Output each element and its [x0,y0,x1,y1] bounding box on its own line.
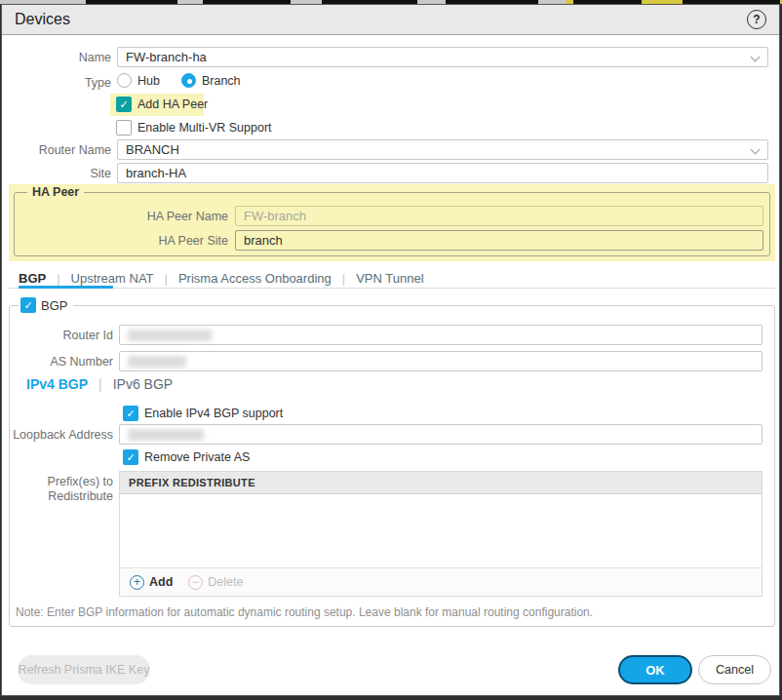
tab-bar: BGP | Upstream NAT | Prisma Access Onboa… [19,271,424,286]
enable-ipv4-row: ✓ Enable IPv4 BGP support [123,406,283,421]
router-id-input[interactable] [119,325,762,345]
redacted-value [128,429,204,441]
multi-vr-row: Enable Multi-VR Support [116,120,272,136]
multi-vr-checkbox[interactable] [116,120,132,136]
add-ha-peer-checkbox[interactable]: ✓ [116,97,132,112]
add-ha-peer-row: ✓ Add HA Peer [116,97,208,112]
remove-private-as-checkbox[interactable]: ✓ [123,449,138,465]
radio-branch[interactable] [181,73,196,88]
remove-private-as-label: Remove Private AS [144,450,250,464]
loopback-label: Loopback Address [2,428,113,442]
enable-ipv4-label: Enable IPv4 BGP support [144,407,283,420]
tab-prisma-access-onboarding[interactable]: Prisma Access Onboarding [178,271,332,286]
delete-button[interactable]: − Delete [188,575,243,590]
bgp-note: Note: Enter BGP information for automati… [16,605,593,619]
ha-peer-name-label: HA Peer Name [2,210,228,223]
ha-peer-site-label: HA Peer Site [2,234,228,248]
delete-label: Delete [208,575,243,589]
tab-separator: | [342,271,345,286]
tab-vpn-tunnel[interactable]: VPN Tunnel [356,271,423,286]
table-body[interactable] [120,494,762,567]
ha-peer-legend: HA Peer [27,185,84,199]
chevron-down-icon [751,53,761,62]
add-button[interactable]: + Add [130,575,173,590]
bgp-subtabs: IPv4 BGP | IPv6 BGP [26,376,173,392]
ha-peer-name-value: FW-branch [244,209,306,223]
as-number-input[interactable] [119,351,762,371]
cancel-button[interactable]: Cancel [698,655,771,684]
redacted-value [128,330,212,341]
ha-peer-name-input[interactable]: FW-branch [235,206,763,226]
router-name-label: Router Name [2,143,111,157]
tab-separator: | [165,271,168,286]
bgp-legend: ✓ BGP [19,297,73,313]
name-select[interactable]: FW-branch-ha [117,47,768,67]
site-input[interactable]: branch-HA [117,163,768,183]
name-label: Name [2,51,111,64]
redacted-value [128,356,186,368]
router-id-label: Router Id [2,329,113,342]
router-name-value: BRANCH [126,142,179,157]
name-value: FW-branch-ha [126,50,207,64]
bgp-legend-label: BGP [41,298,67,313]
devices-dialog: Devices ? Name FW-branch-ha Type Hub Bra… [1,4,780,696]
add-ha-peer-label: Add HA Peer [137,97,208,111]
tab-bgp[interactable]: BGP [19,271,46,286]
prefix-redistribute-table: PREFIX REDISTRIBUTE + Add − Delete [119,471,762,597]
tab-divider [9,288,775,289]
subtab-ipv6-bgp[interactable]: IPv6 BGP [113,376,173,392]
site-value: branch-HA [126,166,186,180]
table-footer: + Add − Delete [120,567,762,596]
dialog-title: Devices [15,11,70,28]
ok-button[interactable]: OK [618,655,692,684]
bgp-checkbox[interactable]: ✓ [20,297,36,313]
enable-ipv4-checkbox[interactable]: ✓ [123,406,138,421]
chevron-down-icon [751,145,761,155]
multi-vr-label: Enable Multi-VR Support [137,121,272,135]
ha-peer-site-value: branch [244,233,283,248]
help-icon[interactable]: ? [747,10,766,29]
plus-circle-icon: + [130,575,144,590]
radio-branch-label: Branch [202,74,241,88]
router-name-select[interactable]: BRANCH [117,139,768,160]
remove-private-as-row: ✓ Remove Private AS [123,449,250,465]
subtab-ipv4-bgp[interactable]: IPv4 BGP [26,376,88,392]
radio-hub-label: Hub [137,74,160,88]
ha-peer-site-input[interactable]: branch [235,230,763,251]
prefix-redistribute-label: Prefix(es) to Redistribute [2,475,113,504]
refresh-prisma-ike-key-button[interactable]: Refresh Prisma IKE Key [18,655,150,684]
minus-circle-icon: − [188,575,203,590]
type-radio-group: Hub Branch [117,73,241,88]
loopback-input[interactable] [119,424,762,445]
active-tab-underline [19,286,113,289]
as-number-label: AS Number [2,355,113,369]
tab-separator: | [57,271,59,286]
add-label: Add [149,575,173,589]
type-label: Type [2,76,111,90]
site-label: Site [2,167,111,180]
radio-hub[interactable] [117,73,132,88]
dialog-titlebar: Devices ? [2,5,779,35]
tab-upstream-nat[interactable]: Upstream NAT [71,271,154,286]
table-header: PREFIX REDISTRIBUTE [120,472,762,494]
subtab-separator: | [98,376,102,392]
